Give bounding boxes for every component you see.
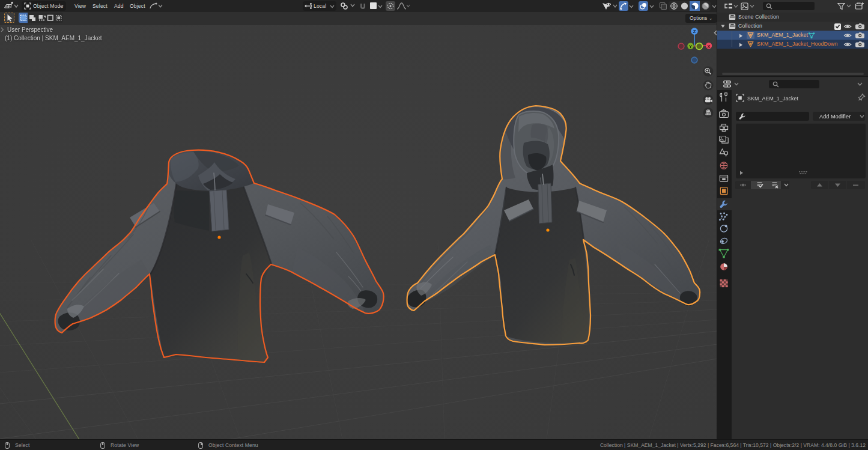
svg-text:X: X (707, 44, 710, 49)
svg-text:Z: Z (693, 29, 696, 34)
svg-text:Y: Y (689, 44, 692, 49)
